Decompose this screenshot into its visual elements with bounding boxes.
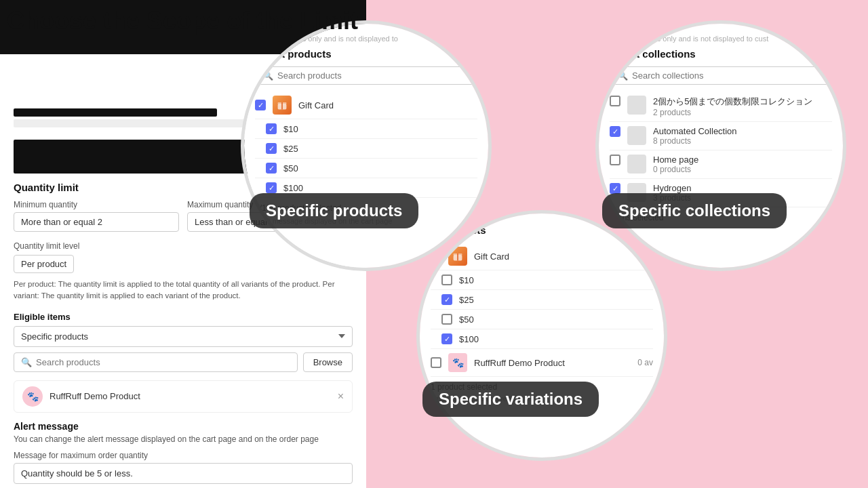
list-item: $50 (255, 159, 477, 178)
var-giftcard-icon (448, 247, 467, 266)
max-msg-input[interactable] (14, 463, 353, 484)
collections-search-icon: 🔍 (617, 70, 628, 81)
collections-search-input[interactable] (632, 70, 825, 81)
list-item: $25 (431, 290, 653, 310)
qty-level-select[interactable]: Per product (14, 255, 74, 273)
specific-products-circle: rative purposes only and is not displaye… (241, 20, 492, 271)
var-ruffruff-label: RuffRuff Demo Product (474, 358, 631, 368)
product-tag: 🐾 RuffRuff Demo Product × (14, 380, 353, 413)
v10-checkbox[interactable] (266, 123, 277, 134)
eligible-items-select[interactable]: Specific products (14, 326, 353, 347)
qty-level-desc: Per product: The quantity limit is appli… (14, 279, 353, 302)
v25-label: $25 (283, 144, 477, 154)
product-remove-icon[interactable]: × (338, 390, 344, 403)
specific-products-label: Specific products (250, 193, 418, 228)
product-tag-name: RuffRuff Demo Product (50, 391, 140, 401)
alert-title: Alert message (14, 421, 353, 432)
var-v25-checkbox[interactable] (441, 294, 452, 305)
list-item: Automated Collection 8 products (610, 122, 832, 150)
coll1-checkbox[interactable] (610, 96, 620, 106)
eligible-items-title: Eligible items (14, 312, 353, 322)
specific-collections-label: Specific collections (602, 193, 787, 228)
products-modal-title: Select products (255, 48, 477, 60)
var-v100-checkbox[interactable] (441, 333, 452, 344)
search-icon: 🔍 (21, 357, 32, 367)
v100-checkbox[interactable] (266, 182, 277, 193)
page-title: Choose the Scope of the Limit (7, 7, 358, 35)
coll3-checkbox[interactable] (610, 155, 620, 165)
list-item: $25 (255, 139, 477, 159)
var-v10-label: $10 (459, 275, 653, 285)
list-item: Gift Card (255, 92, 477, 119)
list-item: 🐾 RuffRuff Demo Product 0 av (431, 349, 653, 377)
specific-variations-label: Specific variations (422, 382, 599, 417)
coll2-checkbox[interactable] (610, 126, 620, 137)
products-search-bar: 🔍 (255, 66, 477, 85)
coll2-name: Automated Collection (653, 126, 832, 136)
list-item: 2個から5個までの個数制限コレクション 2 products (610, 92, 832, 122)
gift-card-checkbox[interactable] (255, 100, 266, 110)
v100-label: $100 (283, 183, 477, 193)
min-quantity-input[interactable]: More than or equal 2 (14, 212, 179, 232)
collections-search-bar: 🔍 (610, 66, 832, 85)
var-ruffruff-checkbox[interactable] (431, 357, 441, 368)
var-v50-label: $50 (459, 314, 653, 325)
var-ruffruff-count: 0 av (637, 358, 653, 367)
max-msg-label: Message for maximum order quantity (14, 451, 353, 460)
product-search-row: 🔍 Browse (14, 352, 353, 372)
coll2-count: 8 products (653, 136, 832, 146)
products-search-icon: 🔍 (262, 70, 273, 81)
product-search-wrap: 🔍 (14, 352, 298, 372)
var-ruffruff-icon: 🐾 (448, 353, 467, 372)
products-search-input[interactable] (277, 70, 470, 81)
v50-checkbox[interactable] (266, 163, 277, 174)
coll1-count: 2 products (653, 108, 832, 117)
collections-modal-toptext: rative purposes only and is not displaye… (610, 35, 832, 43)
coll2-icon (627, 126, 646, 145)
list-item: $100 (431, 329, 653, 349)
v25-checkbox[interactable] (266, 143, 277, 154)
variations-modal: in products Gift Card $10 $25 $50 (420, 214, 664, 458)
coll3-icon (627, 155, 646, 174)
collections-modal-title: Select collections (610, 48, 832, 60)
list-item: $10 (255, 119, 477, 139)
product-avatar: 🐾 (22, 386, 43, 407)
product-search-input[interactable] (36, 357, 290, 367)
specific-variations-circle: in products Gift Card $10 $25 $50 (416, 210, 667, 461)
v10-label: $10 (283, 124, 477, 134)
var-v10-checkbox[interactable] (441, 274, 452, 285)
min-quantity-field: Minimum quantity More than or equal 2 (14, 200, 179, 232)
list-item: $10 (431, 270, 653, 290)
coll3-count: 0 products (653, 165, 832, 174)
list-item: Gift Card (431, 243, 653, 270)
coll4-name: Hydrogen (653, 183, 832, 193)
var-v100-label: $100 (459, 334, 653, 344)
alert-desc: You can change the alert message display… (14, 434, 353, 444)
var-giftcard-label: Gift Card (474, 251, 653, 262)
v50-label: $50 (283, 163, 477, 174)
coll3-name: Home page (653, 155, 832, 165)
min-quantity-label: Minimum quantity (14, 200, 179, 209)
var-giftcard-checkbox[interactable] (431, 251, 441, 262)
gift-card-icon (273, 96, 292, 115)
coll1-name: 2個から5個までの個数制限コレクション (653, 96, 832, 108)
browse-button[interactable]: Browse (303, 352, 353, 372)
products-modal: rative purposes only and is not displaye… (244, 24, 488, 268)
var-v25-label: $25 (459, 295, 653, 305)
specific-collections-circle: rative purposes only and is not displaye… (595, 20, 846, 271)
list-item: Home page 0 products (610, 150, 832, 179)
var-v50-checkbox[interactable] (441, 314, 452, 325)
collections-modal: rative purposes only and is not displaye… (599, 24, 843, 268)
list-item: $50 (431, 310, 653, 329)
coll1-icon (627, 96, 646, 115)
coll4-checkbox[interactable] (610, 183, 620, 194)
gift-card-label: Gift Card (298, 100, 477, 110)
